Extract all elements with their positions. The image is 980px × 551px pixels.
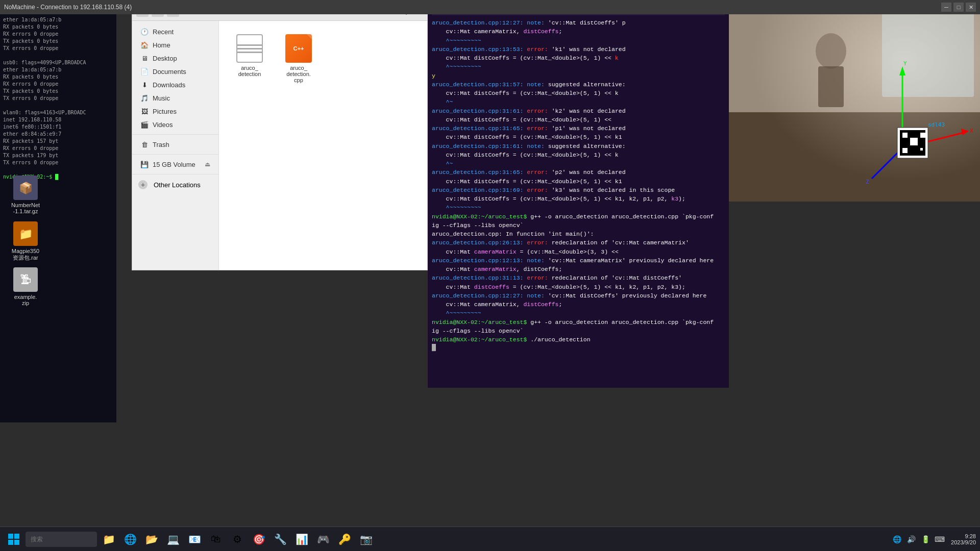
sidebar-item-recent[interactable]: 🕐 Recent xyxy=(134,25,216,38)
taskbar-item-app5[interactable]: 🔑 xyxy=(335,530,354,549)
trash-icon: 🗑 xyxy=(140,140,149,148)
taskbar-item-app1[interactable]: 🎯 xyxy=(249,530,268,549)
svg-rect-31 xyxy=(14,540,19,545)
svg-text:Y: Y xyxy=(903,60,907,67)
file-aruco-detection-cpp[interactable]: C++ aruco_detection.cpp xyxy=(278,31,319,86)
terminal-line: ig --cflags --libs opencv` xyxy=(432,221,725,230)
terminal-line: nvidia@NXX-02:~/aruco_test$ ./aruco_dete… xyxy=(432,335,725,344)
svg-text:Z: Z xyxy=(866,179,869,185)
sidebar-item-pictures[interactable]: 🖼 Pictures xyxy=(134,105,216,118)
camera-area: Y X Z sdl43 xyxy=(729,0,980,202)
sidebar-item-downloads-label: Downloads xyxy=(153,81,185,89)
terminal-line: cv::Mat distCoeffs = (cv::Mat_<double>(5… xyxy=(432,115,725,124)
terminal-line: cv::Mat cameraMatrix = (cv::Mat_<double>… xyxy=(432,247,725,256)
terminal-line: cv::Mat distCoeffs = (cv::Mat_<double>(5… xyxy=(432,54,725,62)
terminal-line: cv::Mat cameraMatrix, distCoeffs; xyxy=(432,27,725,36)
terminal-line: RX packets 157 byt xyxy=(3,138,113,145)
taskbar-item-store[interactable]: 🛍 xyxy=(206,530,226,549)
magpie-label: Magpie350资源包.rar xyxy=(12,248,39,262)
file-manager: ‹ › ↑ 🏠 Home › aruco_test › 🔍 ⚙ 🕐 Recent… xyxy=(132,0,428,270)
system-date: 2023/9/20 xyxy=(951,539,976,545)
terminal-line: inet 192.168.110.58 xyxy=(3,116,113,123)
sidebar-item-documents[interactable]: 📄 Documents xyxy=(134,65,216,78)
downloads-icon: ⬇ xyxy=(140,81,149,89)
file-aruco-detection[interactable]: aruco_detection xyxy=(229,31,270,86)
taskbar-item-terminal[interactable]: 💻 xyxy=(163,530,183,549)
taskbar-item-settings[interactable]: ⚙ xyxy=(228,530,247,549)
terminal-line: ^~~~~~~~~~ xyxy=(432,62,725,71)
svg-text:🗜: 🗜 xyxy=(20,273,31,286)
taskbar-item-app2[interactable]: 🔧 xyxy=(271,530,290,549)
terminal-line: ^~~~~~~~~~ xyxy=(432,309,725,317)
sidebar-item-downloads[interactable]: ⬇ Downloads xyxy=(134,78,216,91)
battery-icon[interactable]: 🔋 xyxy=(920,534,930,544)
taskbar-item-browser[interactable]: 🌐 xyxy=(120,530,140,549)
terminal-line: cv::Mat distCoeffs = (cv::Mat_<double>(5… xyxy=(432,283,725,291)
sidebar-divider-2 xyxy=(132,154,218,155)
titlebar-controls: ─ □ ✕ xyxy=(941,3,976,12)
minimize-button[interactable]: ─ xyxy=(941,3,951,12)
start-button[interactable] xyxy=(4,530,23,549)
terminal-line: nvidia@NXX-02:~/aruco_test$ g++ -o aruco… xyxy=(432,212,725,221)
sidebar-item-volume[interactable]: 💾 15 GB Volume ⏏ xyxy=(134,158,216,171)
desktop-icon-magpie[interactable]: 📁 Magpie350资源包.rar xyxy=(5,218,46,264)
example-icon: 🗜 xyxy=(12,266,39,293)
titlebar: NoMachine - Connection to 192.168.110.58… xyxy=(0,0,980,14)
svg-rect-30 xyxy=(8,540,13,545)
numbernet-icon: 📦 xyxy=(12,174,39,201)
desktop-icon-numbernet[interactable]: 📦 NumberNet-1.1.tar.gz xyxy=(5,172,46,216)
terminal-line: inet6 fe80::1501:f1 xyxy=(3,123,113,131)
terminal-line: aruco_detection.cpp:12:27: note: 'cv::Ma… xyxy=(432,18,725,27)
sidebar-item-volume-label: 15 GB Volume xyxy=(153,161,195,168)
network-icon[interactable]: 🌐 xyxy=(892,534,902,544)
svg-rect-20 xyxy=(902,133,908,138)
taskbar: 📁 🌐 📂 💻 📧 🛍 ⚙ 🎯 🔧 📊 🎮 🔑 📷 🌐 🔊 🔋 ⌨ 9:28 2… xyxy=(0,527,980,551)
terminal-line: aruco_detection.cpp:31:65: error: 'p2' w… xyxy=(432,168,725,177)
eject-button[interactable]: ⏏ xyxy=(205,161,210,168)
terminal-line: usb0: flags=4099<UP,BROADCA xyxy=(3,59,113,66)
svg-rect-22 xyxy=(902,148,908,153)
svg-rect-23 xyxy=(910,138,918,145)
file-aruco-detection-cpp-label: aruco_detection.cpp xyxy=(286,65,311,83)
terminal-line: ether 1a:da:05:a7:b xyxy=(3,66,113,73)
terminal-line: TX packets 0 bytes xyxy=(3,38,113,45)
taskbar-item-mail[interactable]: 📧 xyxy=(185,530,204,549)
sidebar-item-desktop[interactable]: 🖥 Desktop xyxy=(134,52,216,65)
documents-icon: 📄 xyxy=(140,67,149,76)
magpie-icon: 📁 xyxy=(12,220,39,247)
volume-tray-icon[interactable]: 🔊 xyxy=(906,534,916,544)
sidebar-item-trash[interactable]: 🗑 Trash xyxy=(134,138,216,151)
keyboard-icon[interactable]: ⌨ xyxy=(935,534,945,544)
terminal-line: TX packets 0 bytes xyxy=(3,88,113,95)
plus-icon: + xyxy=(138,180,148,189)
terminal-line: ^~~~~~~~~~ xyxy=(432,36,725,45)
terminal-line: TX packets 179 byt xyxy=(3,152,113,159)
terminal-line: aruco_detection.cpp:31:57: note: suggest… xyxy=(432,80,725,89)
taskbar-item-explorer[interactable]: 📁 xyxy=(99,530,118,549)
desktop-area: ether 1a:da:05:a7:b RX packets 0 bytes R… xyxy=(0,14,116,422)
system-time: 9:28 xyxy=(965,533,976,539)
sidebar-item-documents-label: Documents xyxy=(153,68,186,76)
videos-icon: 🎬 xyxy=(140,120,149,129)
file-cpp-icon: C++ xyxy=(285,34,312,63)
clock-area[interactable]: 9:28 2023/9/20 xyxy=(951,533,976,545)
taskbar-item-app6[interactable]: 📷 xyxy=(356,530,376,549)
sidebar-divider-3 xyxy=(132,174,218,174)
maximize-button[interactable]: □ xyxy=(953,3,964,12)
taskbar-item-app4[interactable]: 🎮 xyxy=(313,530,333,549)
terminal-line: TX errors 0 droppe xyxy=(3,159,113,166)
sidebar-item-home[interactable]: 🏠 Home xyxy=(134,38,216,52)
svg-text:X: X xyxy=(970,128,973,134)
sidebar-item-videos[interactable]: 🎬 Videos xyxy=(134,118,216,131)
home-icon: 🏠 xyxy=(140,41,149,49)
terminal-line: aruco_detection.cpp:31:69: error: 'k3' w… xyxy=(432,186,725,194)
sidebar-item-music[interactable]: 🎵 Music xyxy=(134,91,216,105)
taskbar-search-input[interactable] xyxy=(26,532,97,547)
taskbar-item-files[interactable]: 📂 xyxy=(142,530,161,549)
sidebar-item-home-label: Home xyxy=(153,41,170,49)
taskbar-item-app3[interactable]: 📊 xyxy=(292,530,311,549)
terminal-line: RX packets 0 bytes xyxy=(3,73,113,81)
close-button[interactable]: ✕ xyxy=(966,3,976,12)
desktop-icon-example[interactable]: 🗜 example.zip xyxy=(5,264,46,308)
sidebar-item-other-locations[interactable]: + Other Locations xyxy=(132,178,218,192)
